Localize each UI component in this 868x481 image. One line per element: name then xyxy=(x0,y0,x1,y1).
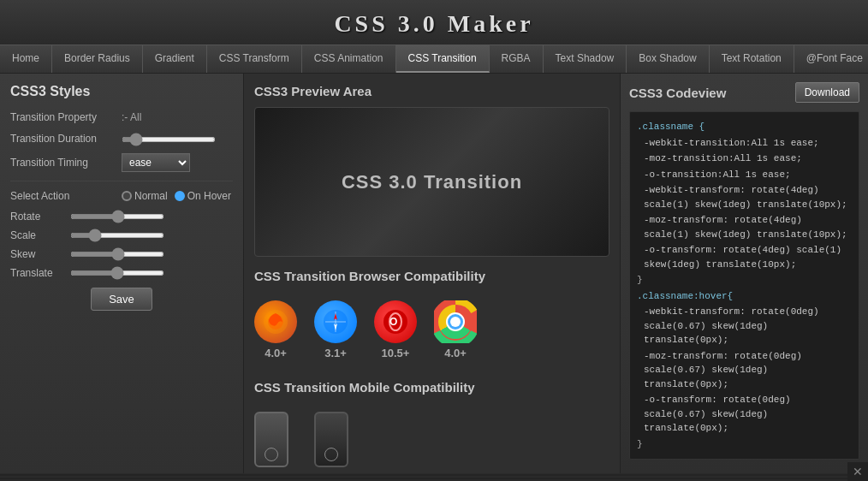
transition-duration-label: Transition Duration xyxy=(10,133,122,145)
code-line-5: -webkit-transform: rotate(4deg) scale(1)… xyxy=(637,182,852,212)
save-button[interactable]: Save xyxy=(91,288,152,311)
code-line-3: -moz-transition:All 1s ease; xyxy=(637,151,852,167)
browser-icons-row: 4.0+ 3.1+ xyxy=(254,292,609,368)
svg-point-12 xyxy=(450,317,461,327)
code-line-12: -o-transform: rotate(0deg) scale(0.67) s… xyxy=(637,392,852,436)
left-panel-title: CSS3 Styles xyxy=(10,84,233,99)
navbar: Home Border Radius Gradient CSS Transfor… xyxy=(0,45,868,74)
nav-box-shadow[interactable]: Box Shadow xyxy=(627,45,709,73)
header: CSS 3.0 Maker xyxy=(0,0,868,45)
transition-property-value: :- All xyxy=(122,111,141,123)
svg-text:O: O xyxy=(389,316,397,328)
nav-home[interactable]: Home xyxy=(0,45,52,73)
nav-text-shadow[interactable]: Text Shadow xyxy=(544,45,627,73)
transition-property-label: Transition Property xyxy=(10,111,122,123)
browser-opera: O 10.5+ xyxy=(374,300,417,359)
left-panel: CSS3 Styles Transition Property :- All T… xyxy=(0,74,244,473)
browser-chrome: 4.0+ xyxy=(434,300,477,359)
translate-label: Translate xyxy=(10,267,70,279)
codeview-title: CSS3 Codeview xyxy=(629,86,726,100)
browser-compat-title: CSS Transition Browser Compatibility xyxy=(254,269,609,283)
transition-timing-label: Transition Timing xyxy=(10,157,122,169)
nav-text-rotation[interactable]: Text Rotation xyxy=(710,45,794,73)
code-line-1: .classname { xyxy=(637,119,852,135)
mobile-icons-row xyxy=(254,403,609,473)
firefox-icon xyxy=(254,300,297,343)
scale-label: Scale xyxy=(10,229,70,241)
code-block: .classname { -webkit-transition:All 1s e… xyxy=(629,111,859,460)
safari-version: 3.1+ xyxy=(324,347,347,359)
nav-css-transform[interactable]: CSS Transform xyxy=(207,45,302,73)
close-icon: ✕ xyxy=(853,465,863,478)
rotate-label: Rotate xyxy=(10,211,70,223)
normal-radio-btn[interactable] xyxy=(122,191,132,201)
on-hover-radio-label[interactable]: On Hover xyxy=(175,190,231,202)
chrome-icon xyxy=(434,300,477,343)
select-action-label: Select Action xyxy=(10,190,122,202)
right-panel: CSS3 Codeview Download .classname { -web… xyxy=(620,74,868,473)
rotate-slider[interactable] xyxy=(70,214,164,219)
code-line-9: .classname:hover{ xyxy=(637,288,852,305)
preview-title: CSS3 Preview Area xyxy=(254,84,609,98)
transition-timing-select[interactable]: ease linear ease-in ease-out ease-in-out xyxy=(122,153,190,172)
translate-slider[interactable] xyxy=(70,270,164,276)
opera-version: 10.5+ xyxy=(382,347,410,359)
code-line-10: -webkit-transform: rotate(0deg) scale(0.… xyxy=(637,304,852,348)
browser-firefox: 4.0+ xyxy=(254,300,297,359)
download-button[interactable]: Download xyxy=(795,82,859,103)
mobile-compat-title: CSS Transition Mobile Compatibility xyxy=(254,380,609,395)
app-title: CSS 3.0 Maker xyxy=(0,10,868,38)
skew-slider[interactable] xyxy=(70,252,164,257)
android-phone-icon xyxy=(254,412,288,467)
iphone-icon xyxy=(314,412,348,467)
safari-icon xyxy=(314,300,357,343)
mobile-compat-section: CSS Transition Mobile Compatibility xyxy=(254,380,609,473)
opera-icon: O xyxy=(374,300,417,343)
browser-compat-section: CSS Transition Browser Compatibility 4.0… xyxy=(254,269,609,368)
code-line-11: -moz-transform: rotate(0deg) scale(0.67)… xyxy=(637,348,852,393)
middle-panel: CSS3 Preview Area CSS 3.0 Transition CSS… xyxy=(244,74,620,473)
firefox-version: 4.0+ xyxy=(265,347,287,359)
transition-duration-slider[interactable] xyxy=(122,137,216,142)
nav-gradient[interactable]: Gradient xyxy=(143,45,207,73)
chrome-version: 4.0+ xyxy=(444,347,467,359)
nav-rgba[interactable]: RGBA xyxy=(490,45,544,73)
code-line-4: -o-transition:All 1s ease; xyxy=(637,167,852,183)
preview-area: CSS 3.0 Transition xyxy=(254,107,609,257)
code-line-13: } xyxy=(637,436,852,453)
nav-border-radius[interactable]: Border Radius xyxy=(52,45,143,73)
close-button[interactable]: ✕ xyxy=(847,462,868,481)
normal-radio-label[interactable]: Normal xyxy=(122,190,168,202)
scale-slider[interactable] xyxy=(70,233,164,238)
code-line-2: -webkit-transition:All 1s ease; xyxy=(637,135,852,151)
browser-safari: 3.1+ xyxy=(314,300,357,359)
nav-font-face[interactable]: @Font Face xyxy=(794,45,868,73)
on-hover-radio-btn[interactable] xyxy=(175,191,185,201)
code-line-8: } xyxy=(637,272,852,288)
nav-css-animation[interactable]: CSS Animation xyxy=(302,45,396,73)
preview-text: CSS 3.0 Transition xyxy=(342,171,522,193)
code-line-7: -o-transform: rotate(4deg) scale(1) skew… xyxy=(637,242,852,272)
skew-label: Skew xyxy=(10,248,70,260)
code-line-6: -moz-transform: rotate(4deg) scale(1) sk… xyxy=(637,212,852,242)
nav-css-transition[interactable]: CSS Transition xyxy=(396,45,490,73)
